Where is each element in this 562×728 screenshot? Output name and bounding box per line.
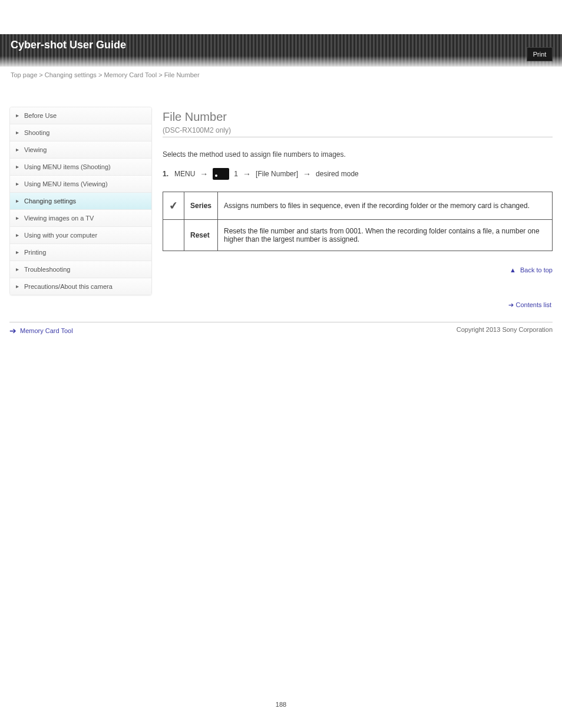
footer: ➔ Memory Card Tool Copyright 2013 Sony C… bbox=[9, 322, 553, 335]
sidebar-item-troubleshooting[interactable]: Troubleshooting bbox=[10, 261, 151, 278]
sidebar-item-label: Shooting bbox=[24, 129, 49, 136]
sidebar-item-label: Using MENU items (Viewing) bbox=[24, 180, 108, 187]
sidebar-item-label: Viewing bbox=[24, 146, 47, 153]
page-number: 188 bbox=[0, 701, 562, 720]
option-name: Series bbox=[184, 192, 218, 220]
divider bbox=[163, 137, 553, 137]
options-table: ✔ Series Assigns numbers to files in seq… bbox=[163, 192, 553, 251]
page-subtitle: (DSC-RX100M2 only) bbox=[163, 126, 553, 134]
header-bar: Cyber-shot User Guide Print bbox=[0, 34, 562, 67]
memory-card-icon bbox=[213, 168, 229, 180]
sidebar-item-printing[interactable]: Printing bbox=[10, 244, 151, 261]
step-card-number: 1 bbox=[234, 170, 238, 178]
contents-list-label: Contents list bbox=[515, 301, 551, 308]
check-icon: ✔ bbox=[168, 199, 179, 213]
steps: 1. MENU → 1 → [File Number] → desired mo… bbox=[163, 168, 553, 180]
print-button[interactable]: Print bbox=[527, 47, 553, 61]
breadcrumb-part[interactable]: Memory Card Tool bbox=[104, 71, 157, 78]
arrow-right-icon: ➔ bbox=[9, 326, 16, 335]
step-desired-mode: desired mode bbox=[316, 170, 359, 178]
sidebar-item-label: Troubleshooting bbox=[24, 266, 70, 273]
sidebar-item-precautions[interactable]: Precautions/About this camera bbox=[10, 278, 151, 295]
breadcrumb-part: File Number bbox=[164, 71, 200, 78]
arrow-right-icon: ➔ bbox=[508, 301, 514, 308]
sidebar-item-viewing[interactable]: Viewing bbox=[10, 141, 151, 159]
sidebar-item-label: Precautions/About this camera bbox=[24, 283, 113, 290]
prev-page-link[interactable]: ➔ Memory Card Tool bbox=[9, 326, 73, 335]
sidebar-item-label: Using MENU items (Shooting) bbox=[24, 163, 111, 170]
page-title: File Number bbox=[163, 110, 553, 124]
default-check-cell: ✔ bbox=[163, 192, 184, 220]
breadcrumb: Top page > Changing settings > Memory Ca… bbox=[0, 67, 562, 78]
sidebar-item-computer[interactable]: Using with your computer bbox=[10, 227, 151, 244]
prev-page-label: Memory Card Tool bbox=[20, 327, 73, 334]
back-to-top-link[interactable]: Back to top bbox=[520, 266, 553, 274]
table-row: Reset Resets the file number and starts … bbox=[163, 220, 553, 251]
step-file-number: [File Number] bbox=[256, 170, 298, 178]
sidebar-item-menu-shooting[interactable]: Using MENU items (Shooting) bbox=[10, 159, 151, 176]
sidebar-item-before-use[interactable]: Before Use bbox=[10, 107, 151, 124]
sidebar-item-label: Viewing images on a TV bbox=[24, 215, 94, 222]
arrow-icon: → bbox=[303, 169, 311, 179]
site-title: Cyber-shot User Guide bbox=[11, 39, 126, 51]
sidebar-item-shooting[interactable]: Shooting bbox=[10, 124, 151, 141]
option-name: Reset bbox=[184, 220, 218, 251]
contents-list-link[interactable]: ➔ Contents list bbox=[508, 301, 551, 308]
step-menu-label: MENU bbox=[174, 170, 195, 178]
sidebar-item-tv[interactable]: Viewing images on a TV bbox=[10, 210, 151, 227]
copyright: Copyright 2013 Sony Corporation bbox=[457, 326, 553, 335]
sidebar: Before Use Shooting Viewing Using MENU i… bbox=[9, 107, 152, 295]
back-to-top[interactable]: ▲ Back to top bbox=[163, 266, 553, 274]
arrow-icon: → bbox=[243, 169, 251, 179]
table-row: ✔ Series Assigns numbers to files in seq… bbox=[163, 192, 553, 220]
option-desc: Resets the file number and starts from 0… bbox=[218, 220, 553, 251]
triangle-up-icon: ▲ bbox=[510, 266, 516, 274]
sidebar-item-label: Changing settings bbox=[24, 197, 76, 205]
description: Selects the method used to assign file n… bbox=[163, 149, 553, 160]
sidebar-item-menu-viewing[interactable]: Using MENU items (Viewing) bbox=[10, 176, 151, 193]
breadcrumb-part[interactable]: Changing settings bbox=[45, 71, 97, 78]
main-content: File Number (DSC-RX100M2 only) Selects t… bbox=[163, 107, 553, 295]
sidebar-item-label: Before Use bbox=[24, 112, 57, 119]
default-check-cell bbox=[163, 220, 184, 251]
breadcrumb-part[interactable]: Top page bbox=[11, 71, 37, 78]
sidebar-item-label: Using with your computer bbox=[24, 232, 97, 239]
arrow-icon: → bbox=[200, 169, 208, 179]
sidebar-item-changing-settings[interactable]: Changing settings bbox=[10, 193, 151, 210]
sidebar-item-label: Printing bbox=[24, 249, 46, 256]
step-number: 1. bbox=[163, 170, 168, 178]
option-desc: Assigns numbers to files in sequence, ev… bbox=[218, 192, 553, 220]
